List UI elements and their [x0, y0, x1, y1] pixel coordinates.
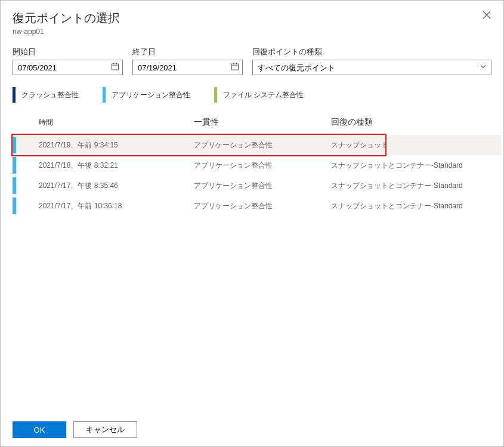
recovery-type-label: 回復ポイントの種類	[252, 47, 491, 57]
recovery-type-field: 回復ポイントの種類 すべての復元ポイント	[252, 47, 491, 75]
legend-crash-label: クラッシュ整合性	[21, 90, 79, 100]
cell-time: 2021/7/19、午前 9:34:15	[27, 140, 194, 150]
cell-recovery-type: スナップショット	[331, 140, 501, 150]
legend: クラッシュ整合性 アプリケーション整合性 ファイル システム整合性	[1, 84, 503, 115]
col-time: 時間	[27, 118, 194, 128]
start-date-input[interactable]	[13, 60, 123, 75]
filter-bar: 開始日 終了日 回復ポイントの種類 すべての復元ポイント	[1, 41, 503, 84]
legend-app: アプリケーション整合性	[103, 87, 190, 103]
dialog-footer: OK キャンセル	[1, 414, 503, 446]
row-consistency-bar	[13, 198, 16, 214]
cell-consistency: アプリケーション整合性	[194, 140, 331, 150]
cell-consistency: アプリケーション整合性	[194, 161, 331, 171]
table-row[interactable]: 2021/7/19、午前 9:34:15アプリケーション整合性スナップショット	[13, 135, 501, 155]
end-date-label: 終了日	[132, 47, 243, 57]
cell-recovery-type: スナップショットとコンテナー-Standard	[331, 161, 501, 171]
col-recovery-type: 回復の種類	[331, 117, 501, 128]
cancel-button[interactable]: キャンセル	[73, 421, 137, 438]
col-consistency: 一貫性	[194, 117, 331, 128]
start-date-field: 開始日	[13, 47, 123, 75]
ok-button[interactable]: OK	[13, 421, 66, 438]
legend-crash: クラッシュ整合性	[13, 87, 79, 103]
legend-fs-bar	[214, 87, 217, 103]
end-date-input[interactable]	[132, 60, 243, 75]
row-consistency-bar	[13, 137, 16, 153]
legend-app-bar	[103, 87, 106, 103]
table-header: 時間 一貫性 回復の種類	[13, 115, 501, 130]
recovery-type-select[interactable]: すべての復元ポイント	[252, 60, 491, 75]
cell-time: 2021/7/17、午前 10:36:18	[27, 201, 194, 211]
restore-point-dialog: 復元ポイントの選択 nw-app01 開始日 終了日	[0, 0, 504, 447]
row-consistency-bar	[13, 177, 16, 194]
table-row[interactable]: 2021/7/17、午前 10:36:18アプリケーション整合性スナップショット…	[13, 196, 501, 216]
cell-time: 2021/7/18、午後 8:32:21	[27, 161, 194, 171]
cell-recovery-type: スナップショットとコンテナー-Standard	[331, 201, 501, 211]
legend-app-label: アプリケーション整合性	[112, 90, 190, 100]
dialog-header: 復元ポイントの選択 nw-app01	[1, 1, 503, 41]
close-icon	[483, 11, 491, 19]
row-consistency-bar	[13, 157, 16, 174]
table-row[interactable]: 2021/7/17、午後 8:35:46アプリケーション整合性スナップショットと…	[13, 175, 501, 196]
restore-points-table: 時間 一貫性 回復の種類 2021/7/19、午前 9:34:15アプリケーショ…	[1, 115, 503, 414]
legend-crash-bar	[13, 87, 16, 103]
legend-fs-label: ファイル システム整合性	[223, 90, 304, 100]
cell-recovery-type: スナップショットとコンテナー-Standard	[331, 181, 501, 191]
end-date-field: 終了日	[132, 47, 243, 75]
cell-consistency: アプリケーション整合性	[194, 201, 331, 211]
start-date-label: 開始日	[13, 47, 123, 57]
cell-consistency: アプリケーション整合性	[194, 181, 331, 191]
dialog-subtitle: nw-app01	[13, 27, 491, 36]
table-row[interactable]: 2021/7/18、午後 8:32:21アプリケーション整合性スナップショットと…	[13, 155, 501, 175]
close-button[interactable]	[480, 9, 494, 23]
cell-time: 2021/7/17、午後 8:35:46	[27, 181, 194, 191]
dialog-title: 復元ポイントの選択	[13, 10, 491, 26]
legend-fs: ファイル システム整合性	[214, 87, 304, 103]
